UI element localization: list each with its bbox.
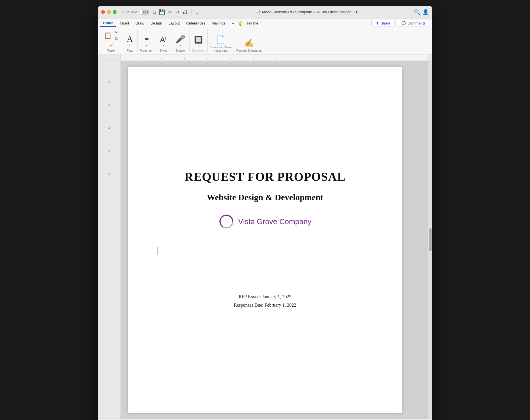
sensitivity-group-label: Sensitivity (192, 49, 205, 52)
comments-icon: 💬 (401, 21, 406, 25)
autosave-toggle[interactable]: OFF (139, 10, 149, 15)
ruler-mark-1: 1 (127, 57, 150, 60)
font-button[interactable]: A ▾ (125, 33, 135, 48)
ruler-mark-7: 7 (265, 57, 288, 60)
ruler-left-margin (98, 55, 121, 61)
ruler-marks: 1 2 3 4 5 6 7 (121, 55, 427, 61)
document-page: REQUEST FOR PROPOSAL Website Design & De… (128, 67, 402, 413)
ruler-v-5: 5 (108, 150, 110, 153)
dictate-button[interactable]: 🎤 ▾ (174, 34, 187, 48)
paragraph-group-label: Paragraph (140, 49, 153, 52)
paragraph-group-items: ≡ ▾ (141, 35, 152, 48)
home-icon[interactable]: ⌂ (153, 9, 156, 15)
tab-insert[interactable]: Insert (117, 20, 132, 27)
close-button[interactable] (101, 10, 105, 14)
autosave-label: AutoSave (122, 10, 137, 14)
title-bar-right: 🔍 👤 (414, 9, 429, 15)
paste-group-label: Paste (107, 49, 115, 52)
tab-layout[interactable]: Layout (166, 20, 183, 27)
adobe-group-label: Create and ShareAdobe PDF (210, 46, 232, 52)
app-window: AutoSave OFF ⌂ 💾 ↩ ↪ 🖨 ⌄ 📝 Model-Website… (98, 6, 432, 420)
paragraph-group: ≡ ▾ Paragraph (138, 29, 156, 52)
toggle-knob (140, 10, 142, 14)
ruler-mark-3: 3 (173, 57, 196, 60)
menu-bar: Home Insert Draw Design Layout Reference… (98, 18, 432, 28)
tab-design[interactable]: Design (148, 20, 165, 27)
dropdown-arrow[interactable]: ▾ (356, 10, 358, 14)
search-icon[interactable]: 🔍 (414, 9, 420, 15)
status-bar: Page 2 of 5 720 words 🔤 English (United … (98, 419, 432, 420)
profile-icon[interactable]: 👤 (422, 9, 429, 15)
file-title: 📝 Model-Website-RFP-Template-2021-by-Urb… (202, 10, 411, 14)
ruler: 1 2 3 4 5 6 7 (98, 55, 432, 61)
traffic-lights (101, 10, 116, 14)
copy-button[interactable]: ⧉ (113, 36, 120, 42)
scrollbar[interactable] (428, 61, 432, 419)
bulb-icon: 💡 (237, 20, 243, 26)
issued-dates: RFP Issued: January 1, 2022 Responses Du… (234, 293, 296, 310)
ruler-mark-6: 6 (242, 57, 265, 60)
logo-circle-icon (219, 214, 234, 229)
signatures-group: ✍ Request Signatures (234, 29, 264, 52)
tab-home[interactable]: Home (100, 20, 116, 27)
dictate-group-label: Dictate (176, 49, 185, 52)
ruler-mark-4: 4 (196, 57, 219, 60)
ruler-mark-2: 2 (150, 57, 173, 60)
tell-me[interactable]: Tell me (244, 20, 261, 27)
ruler-v-3: 3 (108, 104, 110, 106)
tab-draw[interactable]: Draw (133, 20, 147, 27)
adobe-pdf-button[interactable]: 📄 (214, 35, 227, 44)
share-icon: ⬆ (376, 21, 379, 25)
titlebar-nav-icons: ⌂ 💾 ↩ ↪ 🖨 ⌄ (153, 9, 199, 15)
format-painter-button[interactable]: 🖌 (108, 42, 114, 48)
company-name: Vista Grove Company (238, 217, 311, 226)
autosave-state: OFF (143, 10, 149, 14)
ruler-content: 1 2 3 4 5 6 7 (121, 55, 427, 61)
rfp-title: REQUEST FOR PROPOSAL (185, 170, 345, 184)
undo-icon[interactable]: ↩ (168, 9, 172, 15)
more-options-icon[interactable]: ⌄ (195, 9, 199, 15)
clipboard-sub-buttons: ✂ ⧉ (113, 29, 120, 42)
document-area: 2 3 4 5 6 REQUEST FOR PROPOSAL Website D… (98, 61, 432, 419)
cut-button[interactable]: ✂ (113, 29, 120, 35)
separator (191, 10, 191, 15)
toolbar: 📋 ✂ ⧉ 🖌 Paste A (98, 28, 432, 55)
signatures-button[interactable]: ✍ (243, 38, 255, 48)
menu-bar-right: ⬆ Share 💬 Comments (371, 20, 430, 27)
signatures-group-label: Request Signatures (236, 49, 262, 52)
vertical-ruler: 2 3 4 5 6 (98, 61, 121, 419)
page-content: REQUEST FOR PROPOSAL Website Design & De… (151, 84, 379, 395)
sensitivity-group-items: 🔲 ▾ (192, 35, 204, 48)
rfp-subtitle: Website Design & Development (207, 192, 323, 202)
styles-group-items: A⁽ ▾ (158, 35, 169, 48)
adobe-group-items: 📄 (214, 35, 227, 44)
maximize-button[interactable] (113, 10, 116, 14)
comments-button[interactable]: 💬 Comments (397, 20, 430, 27)
ruler-v-4: 4 (108, 127, 110, 130)
ruler-v-6: 6 (108, 173, 110, 176)
rfp-issued: RFP Issued: January 1, 2022 (234, 293, 296, 301)
more-tabs[interactable]: » (229, 20, 237, 27)
paste-button[interactable]: 📋 (102, 32, 113, 39)
save-icon[interactable]: 💾 (159, 9, 165, 15)
redo-icon[interactable]: ↪ (175, 9, 180, 15)
share-button[interactable]: ⬆ Share (371, 20, 395, 27)
file-name: Model-Website-RFP-Template-2021-by-Urban… (262, 10, 354, 14)
scrollbar-thumb[interactable] (429, 228, 432, 251)
sensitivity-group: 🔲 ▾ Sensitivity (190, 29, 208, 52)
styles-group: A⁽ ▾ Styles (156, 29, 171, 52)
paste-icon: 📋 (104, 32, 112, 39)
tab-mailings[interactable]: Mailings (209, 20, 228, 27)
signatures-group-items: ✍ (243, 38, 255, 48)
comments-label: Comments (407, 21, 426, 25)
styles-group-label: Styles (159, 49, 167, 52)
font-group: A ▾ Font (122, 29, 138, 52)
styles-button[interactable]: A⁽ ▾ (158, 35, 169, 48)
print-icon[interactable]: 🖨 (183, 9, 188, 15)
sensitivity-button[interactable]: 🔲 ▾ (192, 35, 204, 48)
minimize-button[interactable] (107, 10, 111, 14)
company-logo: Vista Grove Company (219, 214, 311, 229)
ruler-right (427, 55, 432, 61)
paragraph-button[interactable]: ≡ ▾ (141, 35, 152, 48)
tab-references[interactable]: References (183, 20, 208, 27)
